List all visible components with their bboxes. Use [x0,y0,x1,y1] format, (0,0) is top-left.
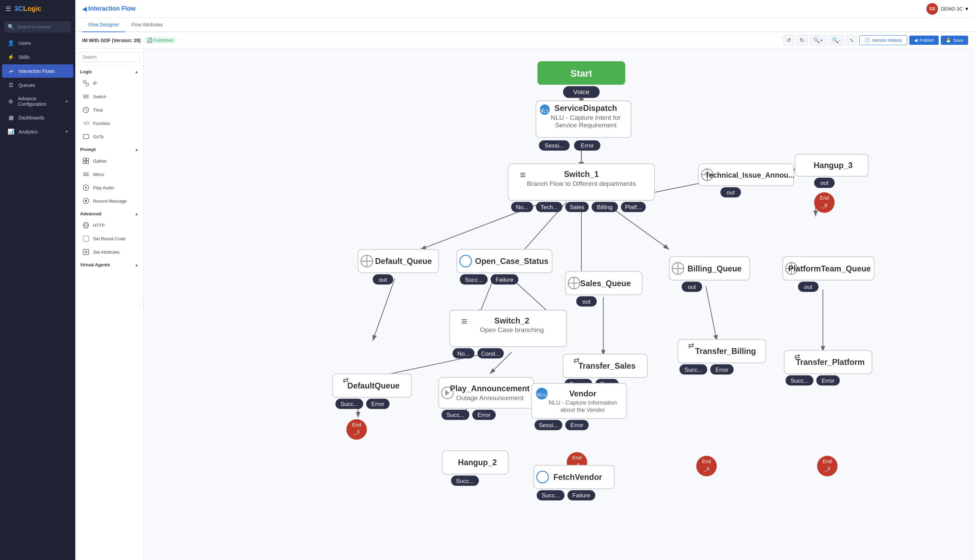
tab-flow-designer[interactable]: Flow Designer [82,18,125,32]
panel-item-gather[interactable]: Gather [77,154,142,167]
end3b-node[interactable]: End _3 [817,456,838,477]
switch2-node[interactable]: ≡ Switch_2 Open Case branching [450,310,567,347]
sales-queue-node[interactable]: Sales_Queue [565,272,642,295]
menu-icon [82,170,90,178]
flow-canvas[interactable]: Start Voice NLU ServiceDispatch NLU - Ca… [144,48,975,560]
billing-queue-node[interactable]: Billing_Queue [669,257,750,280]
end8-node[interactable]: End _8 [814,192,835,213]
svg-text:Switch_1: Switch_1 [564,170,599,179]
panel-item-record-message[interactable]: Record Message [77,195,142,207]
default-queue2-node[interactable]: ⇄ DefaultQueue [332,374,412,397]
end3-node[interactable]: End _3 [347,419,367,440]
sidebar-item-label: Users [18,40,31,46]
panel-item-set-result-code[interactable]: Set Result Code [77,232,142,245]
panel-item-play-audio[interactable]: Play Audio [77,181,142,194]
section-virtual-agents-header[interactable]: Virtual Agents ▲ [75,259,143,269]
section-prompt-header[interactable]: Prompt ▲ [75,143,143,154]
section-logic: Logic ▲ IF Switch [75,66,143,143]
end4-node[interactable]: End _4 [696,456,717,477]
transfer-billing-node[interactable]: ⇄ Transfer_Billing [678,340,766,363]
tab-flow-attributes[interactable]: Flow Attributes [125,18,169,32]
version-history-button[interactable]: 🕐 Version History [859,35,907,45]
panel-toggle-button[interactable]: ◀ [139,300,144,309]
svg-rect-13 [86,161,89,163]
sidebar-item-skills[interactable]: ⚡ Skills [2,50,73,64]
section-logic-header[interactable]: Logic ▲ [75,66,143,76]
sidebar-item-label: Skills [18,55,30,60]
panel-item-http[interactable]: HTTP [77,219,142,232]
publish-button[interactable]: ◀ Publish [909,36,939,45]
svg-text:Open_Case_Status: Open_Case_Status [475,257,548,266]
panel-item-set-attributes[interactable]: Set Attributes [77,245,142,258]
svg-text:No...: No... [457,350,470,357]
section-advanced-header[interactable]: Advanced ▲ [75,208,143,218]
item-label: HTTP [93,223,105,228]
panel-item-if[interactable]: IF [77,77,142,90]
search-input[interactable] [17,24,68,30]
svg-line-7 [86,110,87,111]
section-title: Virtual Agents [80,262,110,267]
undo-button[interactable]: ↺ [783,35,794,45]
sidebar-item-interaction-flows[interactable]: ⇌ Interaction Flows [2,64,73,78]
designer-toolbar: IM With GDF (Version: 28) 🔄 Published ↺ … [75,32,975,48]
zoom-out-button[interactable]: 🔍- [828,35,844,45]
flow-diagram: Start Voice NLU ServiceDispatch NLU - Ca… [151,55,968,553]
panel-item-function[interactable]: </> Function [77,117,142,130]
item-label: Record Message [93,198,127,204]
sidebar-item-advance-config[interactable]: ⚙ Advance Configuration ▾ [2,92,73,110]
svg-rect-9 [83,135,89,138]
sidebar: ☰ 3CLogic 🔍 👤 Users ⚡ Skills ⇌ Interacti… [0,0,75,560]
fit-button[interactable]: ⤡ [846,35,857,45]
svg-text:out: out [804,284,812,290]
panel-item-time[interactable]: Time [77,103,142,117]
sidebar-item-dashboards[interactable]: ▦ Dashboards [2,111,73,124]
play-announcement-node[interactable]: Play_Announcement Outage Announcement [438,378,534,408]
svg-text:End: End [702,458,711,464]
sidebar-search[interactable]: 🔍 [4,21,71,33]
chevron-down-icon: ▾ [66,99,68,104]
svg-text:Technical_Issue_Annou...: Technical_Issue_Annou... [705,171,794,179]
svg-text:NLU - Capture intent for: NLU - Capture intent for [551,114,621,121]
panel-item-switch[interactable]: Switch [77,90,142,103]
switch1-node[interactable]: ≡ Switch_1 Branch Flow to Different depa… [508,163,655,200]
open-case-status-node[interactable]: Open_Case_Status [457,250,552,273]
svg-text:Sales: Sales [570,204,584,210]
svg-text:Billing_Queue: Billing_Queue [687,264,742,273]
zoom-in-button[interactable]: 🔍+ [810,35,827,45]
section-prompt: Prompt ▲ Gather Menu [75,143,143,207]
back-button[interactable]: ◀ [82,5,87,13]
save-button[interactable]: 💾 Save [941,36,968,45]
svg-text:Succ...: Succ... [684,367,702,373]
hangup2-node[interactable]: Hangup_2 [442,451,508,474]
default-queue-node[interactable]: Default_Queue [358,250,438,273]
sidebar-item-users[interactable]: 👤 Users [2,36,73,50]
section-title: Prompt [80,147,96,152]
hangup3-node[interactable]: Hangup_3 [795,154,868,176]
queues-icon: ☰ [8,82,14,88]
item-label: Set Attributes [93,250,120,255]
svg-text:Hangup_2: Hangup_2 [458,458,497,467]
transfer-sales-node[interactable]: ⇄ Transfer_Sales [563,354,647,377]
panel-item-menu[interactable]: Menu [77,168,142,181]
flow-title: IM With GDF (Version: 28) [82,38,141,43]
transfer-platform-node[interactable]: ⇄ Transfer_Platform [784,350,872,374]
vendor-node[interactable]: NLU Vendor NLU - Capture information abo… [532,383,627,418]
svg-text:Sessi...: Sessi... [539,422,558,428]
panel-item-goto[interactable]: GoTo [77,130,142,143]
svg-text:NLU - Capture information: NLU - Capture information [549,400,617,406]
svg-text:Failure: Failure [572,492,590,499]
users-icon: 👤 [8,40,14,46]
fetch-vendor-node[interactable]: FetchVendor [534,465,614,488]
sidebar-item-queues[interactable]: ☰ Queues [2,78,73,92]
svg-text:Error: Error [822,378,835,384]
start-node[interactable]: Start [537,61,625,85]
platform-queue-node[interactable]: PlatformTeam_Queue [783,257,874,280]
hamburger-icon[interactable]: ☰ [5,5,11,13]
sidebar-item-analytics[interactable]: 📊 Analytics ▾ [2,125,73,138]
panel-search-input[interactable] [79,52,140,62]
svg-text:_3: _3 [353,429,360,435]
panel-search[interactable] [75,48,143,66]
technical-issue-node[interactable]: Technical_Issue_Annou... [698,163,794,185]
redo-button[interactable]: ↻ [796,35,808,45]
service-dispatch-node[interactable]: NLU ServiceDispatch NLU - Capture intent… [536,101,631,138]
